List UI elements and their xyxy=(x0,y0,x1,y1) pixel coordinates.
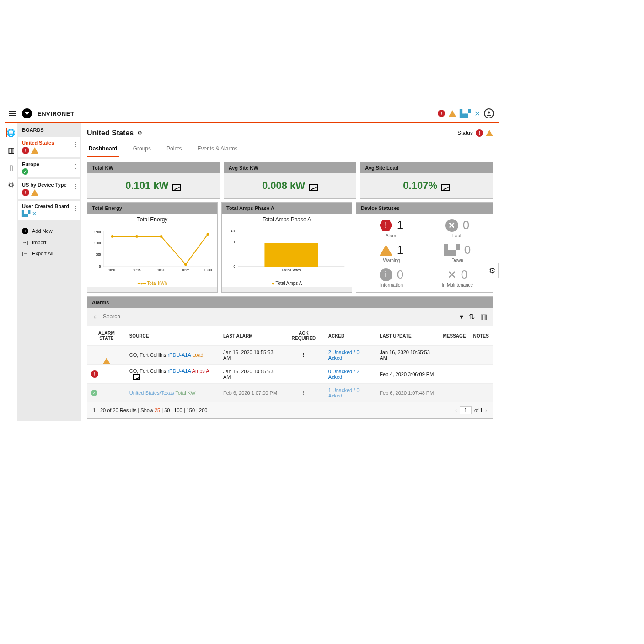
col-state[interactable]: ALARM STATE xyxy=(87,326,126,346)
source-link[interactable]: rPDU-A1A xyxy=(167,352,191,358)
source-link[interactable]: United States/Texas xyxy=(129,390,174,396)
board-menu-icon[interactable]: ⋮ xyxy=(72,162,79,170)
line-chart: 0 500 1000 1500 18:10 18:15 18:20 18:25 … xyxy=(90,224,215,279)
acked-link[interactable]: 1 Unacked / 0 Acked xyxy=(328,387,360,398)
page-settings-icon[interactable]: ⚙ xyxy=(137,130,142,136)
warning-icon xyxy=(486,130,493,136)
tab-groups[interactable]: Groups xyxy=(131,142,153,157)
board-name: Europe xyxy=(22,161,77,167)
trend-icon[interactable] xyxy=(172,184,181,191)
alert-icon: ! xyxy=(91,370,98,378)
table-row[interactable]: ! CO, Fort Colllins rPDU-A1A Amps A Jan … xyxy=(87,365,493,384)
alarm-icon: ! xyxy=(380,219,392,232)
maintenance-icon: ✕ xyxy=(447,268,456,281)
search-input[interactable] xyxy=(93,311,184,322)
alarms-panel: Alarms ▾ ⇅ ▥ ALARM STATE SOURCE L xyxy=(87,296,493,419)
board-menu-icon[interactable]: ⋮ xyxy=(72,204,79,212)
export-button[interactable]: [→Export All xyxy=(22,248,77,259)
cell-ackreq xyxy=(283,365,324,384)
tab-dashboard[interactable]: Dashboard xyxy=(87,142,119,157)
sort-icon[interactable]: ⇅ xyxy=(469,312,475,321)
x-tick: 18:30 xyxy=(204,268,212,272)
tab-events-alarms[interactable]: Events & Alarms xyxy=(195,142,239,157)
chart-legend: ━●━ Total kWh xyxy=(87,281,217,286)
cell-update: Jan 16, 2020 10:55:53 AM xyxy=(376,346,439,365)
y-tick: 1500 xyxy=(94,231,101,234)
board-name: United States xyxy=(22,140,77,145)
search-wrap xyxy=(93,311,184,322)
status-fault: ✕0 Fault xyxy=(427,218,488,238)
brand-logo-icon xyxy=(22,108,32,118)
chart-title: Total Energy xyxy=(90,216,215,223)
total-amps-panel: Total Amps Phase A Total Amps Phase A 0 … xyxy=(221,202,352,293)
pager-prev-icon[interactable]: ‹ xyxy=(455,408,457,413)
col-update[interactable]: LAST UPDATE xyxy=(376,326,439,346)
alert-icon[interactable]: ! xyxy=(438,110,445,117)
board-card-us-device-type[interactable]: US by Device Type ! ⋮ xyxy=(18,179,80,199)
y-tick: 1 xyxy=(234,241,236,244)
menu-icon[interactable] xyxy=(9,111,16,116)
page-input[interactable] xyxy=(460,406,472,414)
table-row[interactable]: CO, Fort Colllins rPDU-A1A Load Jan 16, … xyxy=(87,346,493,365)
status-label: Alarm xyxy=(386,233,397,238)
import-button[interactable]: →]Import xyxy=(22,237,77,248)
table-row[interactable]: ✓ United States/Texas Total KW Feb 6, 20… xyxy=(87,384,493,402)
nav-chart-icon[interactable]: ▥ xyxy=(6,145,16,155)
col-ackreq[interactable]: ACK REQUIRED xyxy=(283,326,324,346)
cell-source: CO, Fort Colllins rPDU-A1A Load xyxy=(126,346,220,365)
y-tick: 500 xyxy=(96,253,101,256)
columns-icon[interactable]: ▥ xyxy=(480,312,487,321)
user-icon[interactable] xyxy=(484,108,494,118)
board-card-europe[interactable]: Europe ✓ ⋮ xyxy=(18,159,80,177)
y-tick: 0 xyxy=(99,265,101,268)
filter-icon[interactable]: ▾ xyxy=(460,312,463,321)
nav-settings-icon[interactable]: ⚙ xyxy=(6,180,16,189)
status-alarm: !1 Alarm xyxy=(361,218,422,238)
pager-next-icon[interactable]: › xyxy=(485,408,487,413)
board-menu-icon[interactable]: ⋮ xyxy=(72,141,79,148)
y-tick: 1.5 xyxy=(231,229,236,232)
tools-icon[interactable]: ✕ xyxy=(474,109,480,118)
kpi-value: 0.107% xyxy=(403,180,437,191)
status-label: Warning xyxy=(383,258,400,263)
panel-title: Total Energy xyxy=(87,203,217,214)
kpi-avg-site-load: Avg Site Load 0.107% xyxy=(360,162,493,199)
warning-icon xyxy=(103,352,110,364)
acked-link[interactable]: 0 Unacked / 2 Acked xyxy=(328,369,360,380)
export-icon: [→ xyxy=(22,251,28,256)
nav-device-icon[interactable]: ▯ xyxy=(6,163,16,172)
trend-icon[interactable] xyxy=(133,374,140,380)
sidebar-title: BOARDS xyxy=(17,123,81,137)
col-source[interactable]: SOURCE xyxy=(126,326,220,346)
col-notes[interactable]: NOTES xyxy=(470,326,493,346)
page-title: United States xyxy=(87,129,134,137)
warning-icon xyxy=(380,245,392,256)
svg-point-5 xyxy=(160,235,163,238)
x-tick: 18:10 xyxy=(108,268,116,272)
source-link[interactable]: rPDU-A1A xyxy=(167,368,191,374)
pager: 1 - 20 of 20 Results | Show 25 | 50 | 10… xyxy=(87,402,493,418)
nav-globe-icon[interactable]: 🌐 xyxy=(6,128,15,137)
device-statuses-panel: Device Statuses !1 Alarm ✕0 Fault 1 Warn xyxy=(356,202,493,293)
tab-points[interactable]: Points xyxy=(165,142,183,157)
board-card-user-created[interactable]: User Created Board ▙▞ ✕ ⋮ xyxy=(18,201,80,220)
trend-icon[interactable] xyxy=(441,184,450,191)
trend-icon[interactable] xyxy=(309,184,318,191)
import-icon: →] xyxy=(22,240,28,245)
status-label: Fault xyxy=(452,233,462,238)
status-value: 0 xyxy=(464,243,471,257)
col-last[interactable]: LAST ALARM xyxy=(220,326,283,346)
add-new-button[interactable]: +Add New xyxy=(22,225,77,237)
floating-settings-icon[interactable]: ⚙ xyxy=(486,263,499,278)
board-card-united-states[interactable]: United States ! ⋮ xyxy=(18,137,80,157)
col-message[interactable]: MESSAGE xyxy=(439,326,469,346)
network-icon[interactable]: ▙▞ xyxy=(460,109,471,118)
col-acked[interactable]: ACKED xyxy=(325,326,376,346)
board-menu-icon[interactable]: ⋮ xyxy=(72,183,79,190)
kpi-value: 0.101 kW xyxy=(125,180,168,191)
warning-icon[interactable] xyxy=(449,110,456,117)
cell-last: Jan 16, 2020 10:55:53 AM xyxy=(220,365,283,384)
status-value: 1 xyxy=(397,243,403,257)
status-label: In Maintenance xyxy=(442,283,473,288)
acked-link[interactable]: 2 Unacked / 0 Acked xyxy=(328,349,360,360)
